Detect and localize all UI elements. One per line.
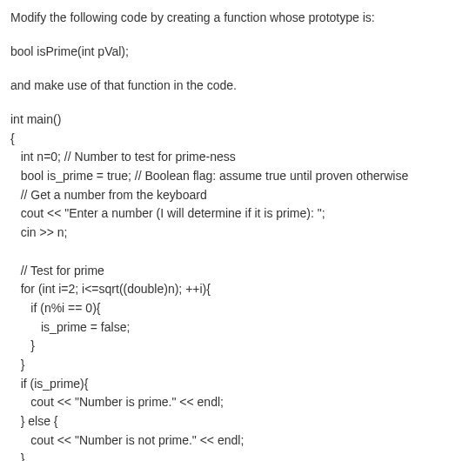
prototype-text: bool isPrime(int pVal); bbox=[10, 43, 466, 61]
code-listing: int main() { int n=0; // Number to test … bbox=[10, 110, 466, 461]
instruction-text: and make use of that function in the cod… bbox=[10, 77, 466, 95]
intro-text: Modify the following code by creating a … bbox=[10, 9, 466, 27]
